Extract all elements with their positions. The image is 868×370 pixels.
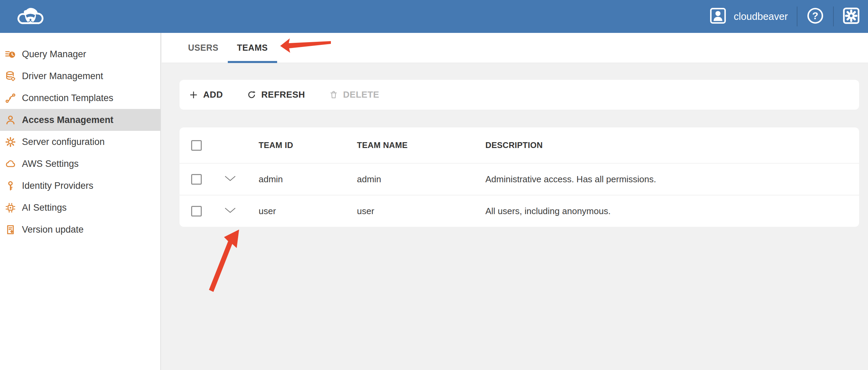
access-management-icon: [4, 114, 16, 126]
sidebar-item-label: AWS Settings: [22, 159, 79, 169]
row-expander[interactable]: [214, 175, 246, 183]
sidebar-item-label: Version update: [22, 224, 84, 235]
tab-bar: USERS TEAMS: [162, 33, 868, 63]
settings-button[interactable]: [843, 7, 860, 26]
column-header-team-name: TEAM NAME: [345, 140, 473, 150]
aws-settings-icon: [4, 158, 16, 170]
table-header-row: TEAM ID TEAM NAME DESCRIPTION: [179, 127, 859, 163]
driver-management-icon: [4, 71, 16, 82]
sidebar-item-ai-settings[interactable]: AI Settings: [0, 197, 160, 219]
tab-teams[interactable]: TEAMS: [228, 33, 277, 63]
chevron-down-icon: [224, 207, 236, 215]
help-icon: ?: [806, 7, 824, 26]
header-divider: [797, 7, 797, 26]
teams-toolbar: ADD REFRESH: [179, 80, 859, 110]
description-cell: All users, including anonymous.: [473, 206, 859, 217]
admin-sidebar: Query Manager Driver Management: [0, 33, 161, 370]
table-row[interactable]: admin admin Administrative access. Has a…: [179, 163, 859, 195]
user-avatar-icon: [710, 8, 726, 25]
team-id-cell: user: [246, 206, 345, 217]
user-menu-button[interactable]: cloudbeaver: [710, 8, 788, 25]
column-header-description: DESCRIPTION: [473, 140, 859, 150]
description-cell: Administrative access. Has all permissio…: [473, 174, 859, 185]
team-id-cell: admin: [246, 174, 345, 185]
sidebar-item-access-management[interactable]: Access Management: [0, 109, 160, 131]
teams-panel: ADD REFRESH: [162, 63, 868, 227]
sidebar-item-label: Query Manager: [22, 49, 86, 60]
sidebar-item-identity-providers[interactable]: Identity Providers: [0, 175, 160, 197]
query-manager-icon: [4, 49, 16, 60]
row-checkbox[interactable]: [191, 174, 202, 185]
header-divider: [833, 7, 834, 26]
sidebar-item-version-update[interactable]: Version update: [0, 219, 160, 241]
cloudbeaver-logo: [13, 4, 49, 28]
username-label: cloudbeaver: [734, 11, 788, 22]
app-header: cloudbeaver ?: [0, 0, 868, 33]
identity-providers-icon: [4, 180, 16, 192]
ai-settings-icon: [4, 202, 16, 213]
sidebar-item-label: AI Settings: [22, 202, 67, 213]
server-configuration-icon: [4, 136, 16, 148]
refresh-icon: [247, 90, 256, 99]
team-name-cell: admin: [345, 174, 473, 185]
refresh-button[interactable]: REFRESH: [238, 80, 314, 110]
sidebar-item-label: Connection Templates: [22, 93, 113, 103]
table-row[interactable]: user user All users, including anonymous…: [179, 195, 859, 227]
delete-button[interactable]: DELETE: [320, 80, 388, 110]
sidebar-item-label: Driver Management: [22, 71, 103, 82]
help-button[interactable]: ?: [806, 7, 824, 26]
sidebar-item-server-configuration[interactable]: Server configuration: [0, 131, 160, 153]
gear-icon: [843, 7, 860, 26]
row-checkbox[interactable]: [191, 206, 202, 217]
teams-table: TEAM ID TEAM NAME DESCRIPTION admin admi…: [179, 127, 859, 227]
version-update-icon: [4, 224, 16, 235]
tab-users[interactable]: USERS: [179, 33, 228, 63]
sidebar-item-aws-settings[interactable]: AWS Settings: [0, 153, 160, 175]
sidebar-item-label: Server configuration: [22, 137, 105, 147]
chevron-down-icon: [224, 175, 236, 183]
team-name-cell: user: [345, 206, 473, 217]
sidebar-item-connection-templates[interactable]: Connection Templates: [0, 87, 160, 109]
svg-text:?: ?: [812, 10, 818, 21]
column-header-team-id: TEAM ID: [246, 140, 345, 150]
add-button[interactable]: ADD: [180, 80, 232, 110]
sidebar-item-query-manager[interactable]: Query Manager: [0, 43, 160, 65]
main-area: USERS TEAMS ADD: [162, 33, 868, 370]
row-expander[interactable]: [214, 207, 246, 215]
connection-templates-icon: [4, 92, 16, 104]
sidebar-item-label: Identity Providers: [22, 181, 94, 191]
trash-icon: [329, 90, 338, 99]
select-all-checkbox[interactable]: [191, 140, 202, 151]
sidebar-item-driver-management[interactable]: Driver Management: [0, 65, 160, 87]
plus-icon: [189, 90, 198, 99]
sidebar-item-label: Access Management: [22, 115, 113, 125]
